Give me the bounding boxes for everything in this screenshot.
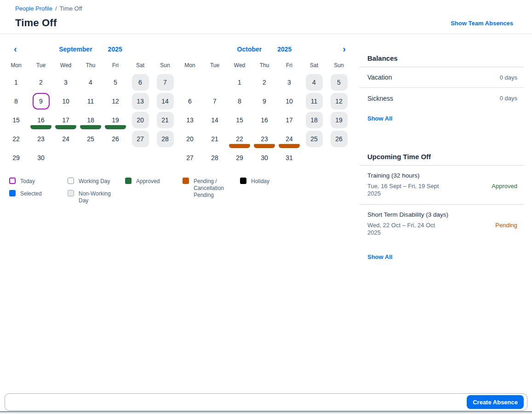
day-number: 23 — [33, 131, 50, 147]
weekday-label: Mon — [4, 58, 29, 73]
calendar-day[interactable]: 15 — [4, 110, 29, 129]
upcoming-entry: Short Term Disability (3 days)Wed, 22 Oc… — [360, 205, 524, 243]
month-name-link[interactable]: October — [237, 46, 262, 53]
calendar-day[interactable]: 11 — [78, 92, 103, 110]
calendar-day[interactable]: 21 — [153, 110, 177, 129]
working-swatch-icon — [68, 178, 74, 184]
calendar-day[interactable]: 24 — [53, 129, 78, 148]
calendar-day[interactable]: 31 — [277, 148, 302, 167]
calendar-day[interactable]: 22 — [4, 129, 29, 148]
calendar-day[interactable]: 25 — [78, 129, 103, 148]
day-number: 12 — [331, 93, 348, 109]
calendar-day[interactable]: 20 — [177, 129, 202, 148]
calendar-day[interactable]: 20 — [128, 110, 153, 129]
day-number: 17 — [281, 112, 298, 128]
chevron-right-icon[interactable]: › — [343, 44, 346, 53]
day-number: 11 — [82, 93, 99, 109]
calendar-day[interactable]: 5 — [326, 73, 351, 92]
calendar-day[interactable]: 10 — [53, 92, 78, 110]
calendar-day[interactable]: 18 — [78, 110, 103, 129]
calendar-day[interactable]: 24 — [277, 129, 302, 148]
balances-show-all-link[interactable]: Show All — [367, 115, 392, 122]
chevron-left-icon[interactable]: ‹ — [14, 44, 17, 53]
calendar-day[interactable]: 6 — [128, 73, 153, 92]
calendar-day[interactable]: 7 — [202, 92, 227, 110]
calendar-day[interactable]: 30 — [29, 148, 53, 167]
calendar-day[interactable]: 21 — [202, 129, 227, 148]
calendar-day[interactable]: 23 — [29, 129, 53, 148]
calendar-day[interactable]: 13 — [177, 110, 202, 129]
calendar-day[interactable]: 22 — [227, 129, 252, 148]
calendar-day[interactable]: 26 — [326, 129, 351, 148]
upcoming-heading: Upcoming Time Off — [360, 153, 524, 161]
calendar-day[interactable]: 1 — [4, 73, 29, 92]
year-link[interactable]: 2025 — [277, 46, 292, 53]
calendar-day[interactable]: 26 — [103, 129, 128, 148]
calendar-day[interactable]: 5 — [103, 73, 128, 92]
calendar-day[interactable]: 25 — [302, 129, 326, 148]
calendar-day[interactable]: 14 — [153, 92, 177, 110]
weekday-label: Sat — [302, 58, 326, 73]
calendar-day[interactable]: 19 — [326, 110, 351, 129]
day-number: 25 — [82, 131, 99, 147]
calendar-day[interactable]: 7 — [153, 73, 177, 92]
calendar-day[interactable]: 4 — [78, 73, 103, 92]
legend-item: Today — [9, 178, 68, 185]
calendar-day[interactable]: 14 — [202, 110, 227, 129]
calendar-day[interactable]: 16 — [29, 110, 53, 129]
calendar-day[interactable]: 23 — [252, 129, 277, 148]
weekday-label: Thu — [78, 58, 103, 73]
calendar-day[interactable]: 28 — [153, 129, 177, 148]
calendar-day[interactable]: 15 — [227, 110, 252, 129]
calendar-day[interactable]: 2 — [252, 73, 277, 92]
create-absence-button[interactable]: Create Absence — [467, 395, 524, 409]
weekday-label: Tue — [202, 58, 227, 73]
day-number: 3 — [57, 74, 74, 91]
calendar-day[interactable]: 3 — [53, 73, 78, 92]
today-swatch-icon — [9, 178, 16, 184]
calendar-day[interactable]: 18 — [302, 110, 326, 129]
upcoming-show-all-link[interactable]: Show All — [367, 253, 392, 260]
breadcrumb-people-profile[interactable]: People Profile — [15, 5, 52, 12]
calendar-day[interactable]: 8 — [4, 92, 29, 110]
calendar-day[interactable]: 2 — [29, 73, 53, 92]
calendar-day[interactable]: 3 — [277, 73, 302, 92]
calendar-day[interactable]: 17 — [53, 110, 78, 129]
day-number: 14 — [206, 112, 223, 128]
day-number: 4 — [82, 74, 99, 91]
calendar-day[interactable]: 13 — [128, 92, 153, 110]
calendar-day[interactable]: 16 — [252, 110, 277, 129]
calendar-day[interactable]: 28 — [202, 148, 227, 167]
day-number: 27 — [182, 150, 199, 166]
calendar-day[interactable]: 6 — [177, 92, 202, 110]
calendar-day[interactable]: 29 — [227, 148, 252, 167]
day-number: 24 — [57, 131, 74, 147]
calendar-day[interactable]: 27 — [177, 148, 202, 167]
calendar-day[interactable]: 9 — [252, 92, 277, 110]
calendar-day[interactable]: 9 — [29, 92, 53, 110]
calendar-day[interactable]: 12 — [326, 92, 351, 110]
legend-column: Approved — [125, 178, 183, 204]
show-team-absences-link[interactable]: Show Team Absences — [451, 20, 513, 27]
calendar-day[interactable]: 12 — [103, 92, 128, 110]
day-grid: MonTueWedThuFriSatSun1234567891011121314… — [4, 58, 177, 167]
legend-item: Pending / Cancellation Pending — [183, 178, 240, 199]
month-name-link[interactable]: September — [59, 46, 92, 53]
calendar-day[interactable]: 19 — [103, 110, 128, 129]
balances-list: Vacation0 daysSickness0 days — [360, 67, 524, 109]
calendar-day[interactable]: 30 — [252, 148, 277, 167]
calendar-day[interactable]: 27 — [128, 129, 153, 148]
calendar-day[interactable]: 10 — [277, 92, 302, 110]
calendar-month-september: ‹ September 2025 MonTueWedThuFriSatSun12… — [4, 40, 177, 167]
page-title: Time Off — [15, 17, 57, 29]
day-number: 15 — [231, 112, 248, 128]
upcoming-list: Training (32 hours)Tue, 16 Sept – Fri, 1… — [360, 166, 524, 243]
calendar-day[interactable]: 4 — [302, 73, 326, 92]
legend-column: Pending / Cancellation Pending — [183, 178, 240, 204]
calendar-day[interactable]: 29 — [4, 148, 29, 167]
calendar-day[interactable]: 1 — [227, 73, 252, 92]
calendar-day[interactable]: 8 — [227, 92, 252, 110]
calendar-day[interactable]: 17 — [277, 110, 302, 129]
year-link[interactable]: 2025 — [108, 46, 122, 53]
calendar-day[interactable]: 11 — [302, 92, 326, 110]
